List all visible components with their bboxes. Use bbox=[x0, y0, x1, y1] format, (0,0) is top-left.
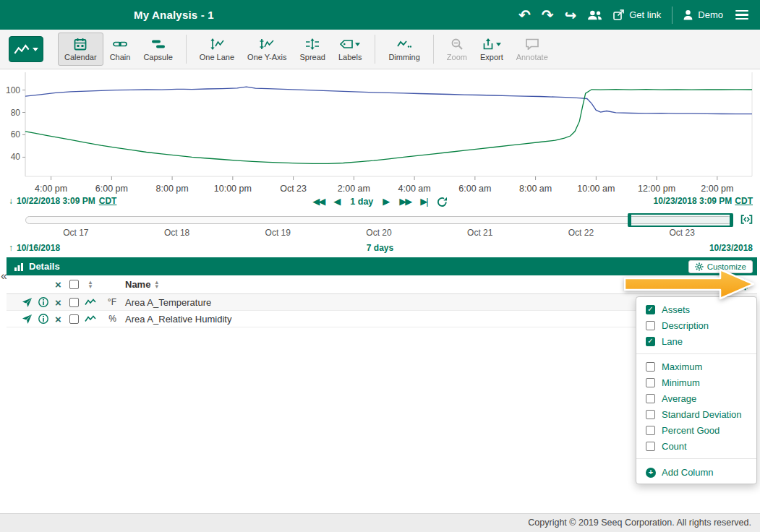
expand-range-icon[interactable] bbox=[740, 215, 753, 224]
timebar-date-label: Oct 22 bbox=[531, 228, 632, 238]
display-range-selector[interactable] bbox=[628, 213, 733, 227]
row-checkbox[interactable] bbox=[69, 298, 79, 307]
gear-icon bbox=[695, 262, 704, 271]
column-menu-item-maximum[interactable]: Maximum bbox=[636, 359, 756, 374]
column-menu-item-assets[interactable]: ✓Assets bbox=[636, 301, 756, 317]
timebar-date-label: Oct 18 bbox=[127, 228, 228, 238]
unchecked-checkbox-icon[interactable] bbox=[646, 394, 655, 403]
trend-chart[interactable]: 1008060404:00 pm6:00 pm8:00 pm10:00 pmOc… bbox=[0, 69, 760, 194]
display-range-controls: ↓ 10/22/2018 3:09 PM CDT ◀◀ ◀ 1 day ▶ ▶▶… bbox=[0, 194, 760, 211]
customize-button[interactable]: Customize bbox=[688, 260, 753, 273]
toolbar-item-capsule[interactable]: Capsule bbox=[137, 33, 179, 66]
unchecked-checkbox-icon[interactable] bbox=[646, 426, 655, 435]
toolbar-item-labels[interactable]: Labels bbox=[332, 33, 368, 66]
column-menu-item-percent-good[interactable]: Percent Good bbox=[636, 422, 756, 438]
toolbar-item-one-lane[interactable]: One Lane bbox=[193, 33, 241, 66]
toolbar-item-export[interactable]: Export bbox=[474, 33, 510, 66]
column-menu-item-description[interactable]: Description bbox=[636, 317, 756, 333]
duration-label[interactable]: 1 day bbox=[350, 197, 373, 207]
investigate-range-end[interactable]: 10/23/2018 bbox=[709, 243, 753, 253]
unchecked-checkbox-icon[interactable] bbox=[646, 321, 655, 330]
display-range-start[interactable]: ↓ 10/22/2018 3:09 PM CDT bbox=[9, 196, 116, 206]
unit-of-measure: % bbox=[99, 314, 119, 324]
unchecked-checkbox-icon[interactable] bbox=[646, 410, 655, 419]
zoom-icon bbox=[451, 37, 463, 51]
user-menu-button[interactable]: Demo bbox=[683, 9, 723, 20]
get-link-button[interactable]: Get link bbox=[613, 9, 661, 20]
remove-item-icon[interactable]: × bbox=[55, 314, 61, 325]
pin-signal-icon[interactable] bbox=[22, 297, 33, 308]
svg-text:6:00 pm: 6:00 pm bbox=[95, 184, 128, 194]
fast-backward-icon[interactable]: ◀◀ bbox=[312, 194, 324, 209]
refresh-icon[interactable] bbox=[437, 197, 448, 207]
column-menu-item-lane[interactable]: ✓Lane bbox=[636, 333, 756, 349]
investigate-range-start[interactable]: ↑ 10/16/2018 bbox=[9, 243, 60, 253]
add-column-icon[interactable] bbox=[734, 278, 748, 291]
toolbar-item-one-y-axis[interactable]: One Y-Axis bbox=[241, 33, 293, 66]
signal-name[interactable]: Area A_Temperature bbox=[119, 297, 724, 308]
checked-checkbox-icon[interactable]: ✓ bbox=[646, 305, 655, 314]
checked-checkbox-icon[interactable]: ✓ bbox=[646, 337, 655, 346]
svg-text:12:00 pm: 12:00 pm bbox=[638, 184, 675, 194]
start-datetime[interactable]: 10/22/2018 3:09 PM bbox=[17, 196, 95, 206]
details-panel-title: Details bbox=[29, 261, 60, 272]
calendar-icon bbox=[74, 37, 87, 51]
remove-all-icon[interactable]: × bbox=[55, 279, 61, 290]
end-datetime[interactable]: 10/23/2018 3:09 PM bbox=[654, 196, 733, 206]
step-to-end-icon[interactable]: ▶| bbox=[420, 194, 427, 209]
step-backward-icon[interactable]: ◀ bbox=[333, 194, 341, 209]
signal-name[interactable]: Area A_Relative Humidity bbox=[119, 314, 724, 325]
share-icon[interactable]: ↪ bbox=[564, 8, 576, 22]
row-checkbox[interactable] bbox=[69, 314, 79, 324]
users-icon[interactable] bbox=[587, 9, 602, 20]
arrow-up-icon: ↑ bbox=[9, 243, 13, 253]
unchecked-checkbox-icon[interactable] bbox=[646, 378, 655, 387]
sort-icon[interactable]: ▴▾ bbox=[89, 280, 93, 288]
display-range-end[interactable]: 10/23/2018 3:09 PM CDT bbox=[654, 196, 753, 206]
details-panel-header: Details Customize bbox=[7, 257, 757, 275]
column-menu-item-minimum[interactable]: Minimum bbox=[636, 374, 756, 390]
info-icon[interactable] bbox=[38, 297, 48, 307]
toolbar-item-chain[interactable]: Chain bbox=[103, 33, 137, 66]
pin-signal-icon[interactable] bbox=[22, 314, 33, 325]
info-icon[interactable] bbox=[38, 314, 48, 324]
unchecked-checkbox-icon[interactable] bbox=[646, 442, 655, 451]
column-menu-item-average[interactable]: Average bbox=[636, 390, 756, 406]
timebar-date-label: Oct 23 bbox=[631, 228, 733, 238]
column-menu-item-count[interactable]: Count bbox=[636, 438, 756, 454]
page-title: My Analysis - 1 bbox=[134, 9, 214, 21]
header-divider bbox=[672, 7, 673, 24]
timebar-date-label: Oct 19 bbox=[227, 228, 328, 238]
fast-forward-icon[interactable]: ▶▶ bbox=[399, 194, 411, 209]
column-menu-item-standard-deviation[interactable]: Standard Deviation bbox=[636, 406, 756, 422]
investigate-range-track[interactable] bbox=[25, 216, 733, 224]
svg-text:40: 40 bbox=[11, 152, 21, 162]
svg-text:10:00 pm: 10:00 pm bbox=[214, 184, 252, 194]
select-all-checkbox[interactable] bbox=[69, 280, 79, 289]
toolbar-item-calendar[interactable]: Calendar bbox=[58, 33, 103, 66]
trend-toolbar: Calendar Chain Capsule One Lane One Y-Ax… bbox=[0, 30, 760, 69]
remove-item-icon[interactable]: × bbox=[55, 297, 61, 308]
redo-icon[interactable]: ↷ bbox=[542, 8, 554, 22]
unchecked-checkbox-icon[interactable] bbox=[646, 362, 655, 372]
details-chart-icon bbox=[14, 262, 24, 271]
chevron-down-icon bbox=[33, 48, 38, 51]
trend-chart-area[interactable]: 1008060404:00 pm6:00 pm8:00 pm10:00 pmOc… bbox=[0, 69, 760, 194]
labels-tag-icon bbox=[340, 40, 353, 48]
view-mode-selector-button[interactable] bbox=[9, 36, 43, 62]
sort-icon[interactable]: ▴▾ bbox=[155, 280, 158, 288]
undo-icon[interactable]: ↶ bbox=[518, 8, 531, 22]
toolbar-item-spread[interactable]: Spread bbox=[294, 33, 332, 66]
end-timezone[interactable]: CDT bbox=[735, 196, 753, 206]
start-timezone[interactable]: CDT bbox=[99, 196, 117, 206]
menu-icon[interactable] bbox=[734, 9, 750, 22]
toolbar-item-dimming[interactable]: Dimming bbox=[382, 33, 426, 66]
column-menu-item-label: Minimum bbox=[662, 377, 700, 388]
step-forward-icon[interactable]: ▶ bbox=[383, 194, 390, 209]
get-link-label: Get link bbox=[629, 9, 661, 20]
name-column-header[interactable]: Name bbox=[125, 279, 150, 290]
add-column-button[interactable]: + Add Column bbox=[636, 463, 756, 479]
toolbar-item-zoom: Zoom bbox=[440, 33, 474, 66]
column-menu-item-label: Assets bbox=[662, 304, 690, 315]
investigate-range-span[interactable]: 7 days bbox=[367, 243, 393, 253]
